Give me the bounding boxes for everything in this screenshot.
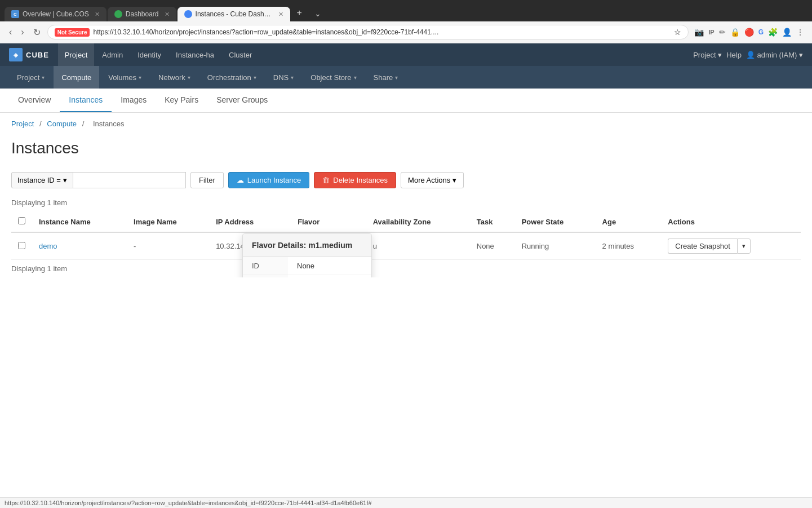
- tab-1-favicon: C: [11, 10, 19, 18]
- header-nav-instance-ha[interactable]: Instance-ha: [169, 43, 221, 66]
- row-checkbox[interactable]: [18, 242, 25, 249]
- tab-1-close[interactable]: ✕: [95, 11, 100, 18]
- nav-share[interactable]: Share ▾: [366, 66, 406, 89]
- nav-network-arrow: ▾: [188, 74, 190, 81]
- address-bar: ‹ › ↻ Not Secure https://10.32.10.140/ho…: [0, 21, 812, 43]
- header-user[interactable]: 👤 admin (IAM) ▾: [746, 51, 803, 59]
- delete-icon: 🗑: [322, 176, 330, 184]
- nav-object-store-label: Object Store: [310, 73, 351, 82]
- tab-3-favicon: [184, 10, 192, 18]
- tab-overflow-button[interactable]: ⌄: [309, 6, 327, 21]
- puzzle-icon[interactable]: 🧩: [767, 26, 779, 38]
- browser-chrome: C Overview | Cube.COS ✕ Dashboard ✕ Inst…: [0, 0, 812, 43]
- nav-menu: Project ▾ Compute Volumes ▾ Network ▾ Or…: [9, 66, 406, 89]
- tab-1-label: Overview | Cube.COS: [23, 10, 89, 18]
- nav-volumes-label: Volumes: [108, 73, 136, 82]
- back-button[interactable]: ‹: [7, 26, 14, 38]
- nav-project[interactable]: Project ▾: [9, 66, 52, 89]
- instances-table: Instance Name Image Name IP Address Flav…: [11, 211, 801, 260]
- camera-icon[interactable]: 📷: [693, 26, 705, 38]
- header-nav-cluster[interactable]: Cluster: [222, 43, 259, 66]
- delete-instances-label: Delete Instances: [333, 176, 388, 184]
- url-bar[interactable]: Not Secure https://10.32.10.140/horizon/…: [47, 25, 689, 39]
- sub-nav-overview[interactable]: Overview: [9, 89, 60, 112]
- header-nav-project[interactable]: Project: [58, 43, 94, 66]
- sub-nav-images[interactable]: Images: [112, 89, 156, 112]
- breadcrumb-instances: Instances: [93, 120, 125, 128]
- lock-icon[interactable]: 🔒: [729, 26, 741, 38]
- filter-button[interactable]: Filter: [190, 172, 224, 188]
- extension-icon-1[interactable]: 🔴: [743, 26, 755, 38]
- browser-toolbar: 📷 IP ✏ 🔒 🔴 G 🧩 👤 ⋮: [693, 26, 805, 38]
- filter-select-arrow: ▾: [63, 176, 67, 184]
- launch-instance-label: Launch Instance: [247, 176, 301, 184]
- new-tab-button[interactable]: +: [291, 5, 308, 21]
- row-task: None: [470, 232, 515, 260]
- col-select-all[interactable]: [11, 211, 32, 232]
- menu-icon[interactable]: ⋮: [795, 26, 805, 38]
- action-dropdown-button[interactable]: ▾: [737, 238, 751, 254]
- tab-2[interactable]: Dashboard ✕: [108, 7, 176, 21]
- header-nav-identity[interactable]: Identity: [131, 43, 168, 66]
- col-flavor: Flavor: [291, 211, 366, 232]
- launch-icon: ☁: [237, 176, 244, 184]
- flavor-row-id: ID None: [243, 257, 371, 275]
- header-nav-admin[interactable]: Admin: [95, 43, 130, 66]
- nav-dns[interactable]: DNS ▾: [265, 66, 301, 89]
- breadcrumb-compute[interactable]: Compute: [47, 120, 77, 128]
- reload-button[interactable]: ↻: [31, 26, 43, 39]
- toolbar: Instance ID = ▾ Filter ☁ Launch Instance…: [0, 166, 812, 194]
- col-actions: Actions: [661, 211, 801, 232]
- flavor-value-vcpus: 2: [288, 275, 371, 278]
- nav-network[interactable]: Network ▾: [150, 66, 198, 89]
- sub-nav-key-pairs[interactable]: Key Pairs: [156, 89, 207, 112]
- page-title: Instances: [0, 135, 812, 166]
- filter-select[interactable]: Instance ID = ▾: [11, 172, 73, 188]
- nav-network-label: Network: [158, 73, 185, 82]
- nav-object-store-arrow: ▾: [354, 74, 357, 81]
- select-all-checkbox[interactable]: [18, 217, 25, 224]
- forward-button[interactable]: ›: [19, 26, 26, 38]
- table-row: demo - 10.32.14.171 m1.medium u None Run…: [11, 232, 801, 260]
- filter-button-label: Filter: [199, 176, 215, 184]
- row-power-state: Running: [515, 232, 596, 260]
- tab-2-label: Dashboard: [126, 10, 159, 18]
- flavor-popup-header: Flavor Details: m1.medium: [243, 234, 371, 257]
- not-secure-badge: Not Secure: [55, 28, 90, 37]
- nav-project-arrow: ▾: [42, 74, 45, 81]
- breadcrumb-sep-2: /: [82, 120, 86, 128]
- pen-icon[interactable]: ✏: [718, 26, 727, 38]
- header-project-dropdown[interactable]: Project ▾: [693, 51, 722, 59]
- breadcrumb-project[interactable]: Project: [11, 120, 34, 128]
- create-snapshot-button[interactable]: Create Snapshot: [668, 238, 737, 254]
- flavor-popup-table: ID None VCPUs 2 RAM 4GB Size 40GB: [243, 257, 371, 277]
- user-icon[interactable]: 👤: [781, 26, 793, 38]
- instance-link[interactable]: demo: [39, 242, 57, 250]
- nav-object-store[interactable]: Object Store ▾: [303, 66, 364, 89]
- row-availability-zone: u: [366, 232, 470, 260]
- tab-1[interactable]: C Overview | Cube.COS ✕: [5, 7, 107, 21]
- cube-logo-text: CUBE: [26, 51, 49, 59]
- more-actions-dropdown[interactable]: More Actions ▾: [401, 172, 464, 188]
- nav-compute[interactable]: Compute: [54, 66, 99, 89]
- tab-2-close[interactable]: ✕: [165, 11, 170, 18]
- sub-nav-instances[interactable]: Instances: [60, 89, 112, 112]
- tab-3-close[interactable]: ✕: [278, 11, 283, 18]
- extension-icon-2[interactable]: G: [757, 27, 765, 37]
- row-checkbox-cell[interactable]: [11, 232, 32, 260]
- launch-instance-button[interactable]: ☁ Launch Instance: [228, 172, 309, 188]
- nav-orchestration-arrow: ▾: [254, 74, 256, 81]
- header-help[interactable]: Help: [726, 51, 742, 59]
- filter-input[interactable]: [73, 172, 186, 188]
- tab-3[interactable]: Instances - Cube Dashboard ✕: [178, 7, 290, 21]
- delete-instances-button[interactable]: 🗑 Delete Instances: [314, 172, 396, 188]
- col-task: Task: [470, 211, 515, 232]
- bookmark-icon[interactable]: ☆: [674, 28, 681, 37]
- displaying-count: Displaying 1 item: [11, 194, 801, 211]
- ip-icon[interactable]: IP: [707, 28, 715, 37]
- nav-bar: Project ▾ Compute Volumes ▾ Network ▾ Or…: [0, 66, 812, 89]
- header-nav: Project Admin Identity Instance-ha Clust…: [58, 43, 693, 66]
- nav-volumes[interactable]: Volumes ▾: [100, 66, 149, 89]
- nav-orchestration[interactable]: Orchestration ▾: [199, 66, 264, 89]
- sub-nav-server-groups[interactable]: Server Groups: [207, 89, 277, 112]
